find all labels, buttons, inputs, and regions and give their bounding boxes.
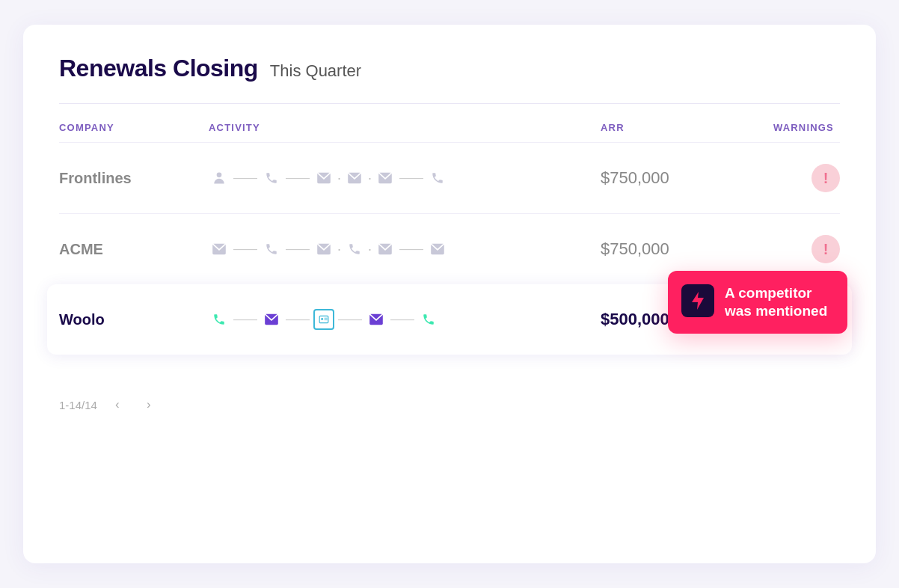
arr-acme: $750,000 (601, 239, 720, 259)
mail-icon (209, 239, 230, 260)
phone-teal-icon2 (418, 309, 439, 330)
dash: —— (338, 313, 362, 326)
company-name-frontlines: Frontlines (59, 170, 209, 187)
warning-cell-frontlines: ! (720, 164, 840, 192)
svg-rect-10 (319, 316, 328, 322)
tooltip-icon-box (681, 284, 714, 317)
dash: —— (286, 242, 310, 256)
person-icon (209, 168, 230, 189)
pagination: 1-14/14 ‹ › (59, 382, 840, 416)
dot: · (368, 242, 372, 256)
main-card: Renewals Closing This Quarter COMPANY AC… (23, 25, 876, 563)
phone-icon (261, 168, 282, 189)
mail-icon (427, 239, 448, 260)
activity-acme: —— —— · · —— (209, 239, 601, 260)
col-warnings: WARNINGS (720, 122, 840, 133)
mail-icon (375, 168, 396, 189)
table-row: Frontlines —— —— · · —— (59, 142, 840, 213)
mail-purple-icon (261, 309, 282, 330)
mail-icon (375, 239, 396, 260)
dot: · (368, 171, 372, 185)
page-title: Renewals Closing (59, 55, 258, 82)
company-name-acme: ACME (59, 241, 209, 258)
dash: —— (286, 171, 310, 185)
page-subtitle: This Quarter (270, 61, 361, 81)
col-activity: ACTIVITY (209, 122, 601, 133)
mail-icon (313, 168, 334, 189)
warning-cell-acme: ! A competitor was mentioned (720, 235, 840, 263)
competitor-tooltip: A competitor was mentioned (668, 271, 847, 334)
warning-badge-acme[interactable]: ! (811, 235, 840, 263)
dot: · (337, 242, 341, 256)
phone-teal-icon (209, 309, 230, 330)
svg-point-11 (321, 318, 323, 320)
pagination-prev[interactable]: ‹ (106, 393, 129, 416)
col-arr: ARR (601, 122, 720, 133)
mail-purple-icon2 (366, 309, 387, 330)
pagination-next[interactable]: › (138, 393, 160, 416)
company-name-woolo: Woolo (59, 311, 209, 328)
dash: —— (399, 171, 423, 185)
phone-icon (427, 168, 448, 189)
tooltip-text: A competitor was mentioned (725, 284, 831, 320)
dot: · (337, 171, 341, 185)
activity-woolo: —— —— —— —— (209, 309, 601, 330)
activity-frontlines: —— —— · · —— (209, 168, 601, 189)
svg-marker-8 (692, 292, 704, 310)
dash: —— (399, 242, 423, 256)
dash: —— (286, 313, 310, 326)
header-divider (59, 103, 840, 104)
table-header: COMPANY ACTIVITY ARR WARNINGS (59, 122, 840, 139)
contact-card-icon (313, 309, 334, 330)
phone-icon (344, 239, 365, 260)
page-header: Renewals Closing This Quarter (59, 55, 840, 82)
warning-badge-frontlines[interactable]: ! (811, 164, 840, 192)
arr-frontlines: $750,000 (601, 168, 720, 188)
lightning-icon (688, 290, 708, 311)
dash: —— (233, 313, 257, 326)
dash: —— (233, 242, 257, 256)
pagination-label: 1-14/14 (59, 399, 97, 411)
mail-icon (344, 168, 365, 189)
svg-point-0 (217, 173, 222, 178)
table-row: ACME —— —— · · —— (59, 213, 840, 284)
phone-icon (261, 239, 282, 260)
dash: —— (390, 313, 414, 326)
mail-icon (313, 239, 334, 260)
dash: —— (233, 171, 257, 185)
col-company: COMPANY (59, 122, 209, 133)
